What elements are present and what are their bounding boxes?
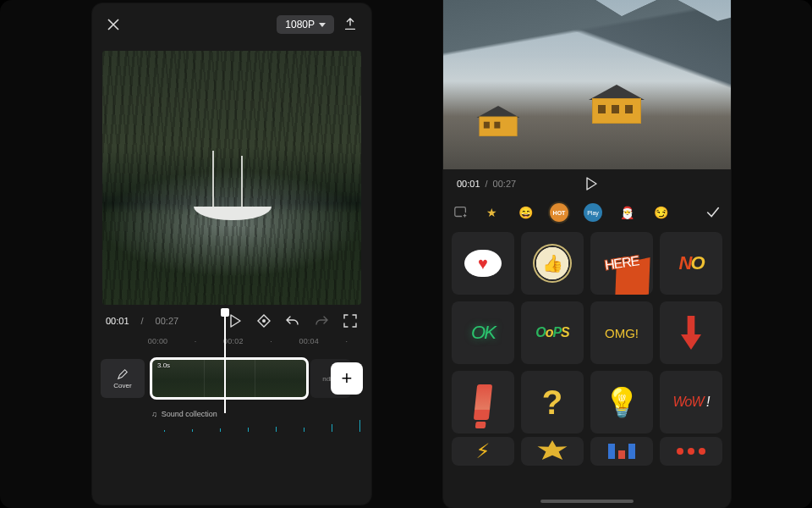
sticker-grid-partial: ⚡ [443, 433, 731, 466]
undo-icon[interactable] [285, 313, 300, 329]
preview-mountain [443, 0, 731, 102]
cat-santa-icon[interactable]: 🎅 [616, 202, 638, 224]
sticker-question[interactable]: ? [521, 371, 584, 433]
sticker-burst[interactable] [521, 437, 584, 466]
time-total: 00:27 [156, 316, 179, 326]
video-preview[interactable] [102, 51, 361, 305]
sticker-wow[interactable]: WoW [660, 371, 722, 433]
svg-point-0 [262, 319, 266, 323]
clip-duration: 3.0s [157, 362, 170, 369]
sticker-phone: 00:01 / 00:27 ★ 😄 HOT Play 🎅 😏 HERE NO O… [443, 0, 731, 508]
cat-image-add-icon[interactable] [453, 205, 469, 220]
preview-house [476, 106, 519, 136]
cat-emoji-icon[interactable]: 😄 [514, 202, 536, 224]
confirm-icon[interactable] [705, 205, 721, 220]
playhead[interactable] [224, 312, 226, 413]
time-total-2: 00:27 [493, 179, 517, 189]
ruler-tick: 00:02 [223, 337, 244, 345]
pencil-icon [117, 368, 129, 380]
timeline-track[interactable]: Cover 3.0s nding + [101, 354, 363, 405]
cat-star-icon[interactable]: ★ [480, 202, 502, 224]
preview-image [102, 51, 361, 305]
video-preview-2[interactable] [443, 0, 731, 169]
redo-icon[interactable] [314, 313, 329, 329]
audio-track[interactable]: ♫ Sound collection [151, 410, 361, 432]
export-icon[interactable] [343, 17, 358, 32]
sticker-omg[interactable]: OMG! [590, 301, 653, 364]
ruler-tick: 00:04 [299, 337, 319, 345]
ruler-dot: · [195, 337, 197, 345]
cover-button[interactable]: Cover [101, 359, 145, 398]
sticker-no[interactable]: NO [660, 232, 722, 295]
music-note-icon: ♫ [151, 410, 157, 418]
sticker-exclaim[interactable] [452, 371, 514, 433]
ruler-dot: · [270, 337, 272, 345]
plus-icon: + [342, 367, 353, 389]
sticker-grid: HERE NO OK OoPS OMG! ? 💡 WoW [443, 229, 731, 433]
editor-phone: 1080P 00:01 / 00:27 [92, 3, 371, 505]
chevron-down-icon [319, 23, 326, 27]
ruler-dot: · [346, 337, 348, 345]
sticker-here[interactable]: HERE [590, 232, 653, 295]
sound-label: Sound collection [162, 410, 217, 418]
sticker-dots[interactable] [660, 437, 722, 466]
cat-misc-icon[interactable]: 😏 [650, 202, 672, 224]
sticker-ok[interactable]: OK [452, 301, 514, 364]
close-icon[interactable] [106, 17, 121, 32]
preview-image-boat [185, 193, 287, 235]
sticker-bolt[interactable]: ⚡ [452, 437, 514, 466]
play-icon[interactable] [228, 313, 243, 329]
sticker-heart-bubble[interactable] [452, 232, 514, 295]
playback-controls: 00:01 / 00:27 [92, 305, 371, 334]
home-indicator[interactable] [540, 500, 634, 503]
cover-label: Cover [113, 382, 131, 389]
timeline-ruler[interactable]: 00:00 · 00:02 · 00:04 · [92, 334, 371, 347]
keyframe-icon[interactable] [256, 313, 272, 329]
cat-hot-icon[interactable]: HOT [548, 202, 570, 224]
sticker-lightbulb[interactable]: 💡 [590, 371, 653, 433]
playback-controls-2: 00:01 / 00:27 [443, 169, 731, 198]
sticker-categories: ★ 😄 HOT Play 🎅 😏 [443, 198, 731, 229]
resolution-button[interactable]: 1080P [277, 15, 334, 34]
sticker-bars[interactable] [590, 437, 653, 466]
editor-topbar: 1080P [92, 3, 371, 46]
waveform [151, 418, 361, 432]
time-current-2: 00:01 [457, 179, 480, 189]
play-icon[interactable] [584, 176, 599, 191]
cat-play-icon[interactable]: Play [582, 202, 604, 224]
sticker-nice-thumbs[interactable] [521, 232, 584, 295]
stage: 1080P 00:01 / 00:27 [0, 0, 812, 508]
add-clip-button[interactable]: + [331, 362, 363, 395]
fullscreen-icon[interactable] [343, 313, 358, 329]
ruler-tick: 00:00 [148, 337, 168, 345]
sticker-oops[interactable]: OoPS [521, 301, 584, 364]
preview-house [589, 85, 645, 124]
resolution-label: 1080P [285, 19, 315, 30]
sticker-arrow-down[interactable] [660, 301, 722, 364]
video-clip[interactable]: 3.0s [150, 357, 309, 400]
time-current: 00:01 [106, 316, 129, 326]
time-separator: / [141, 316, 144, 326]
time-separator: / [486, 179, 488, 189]
